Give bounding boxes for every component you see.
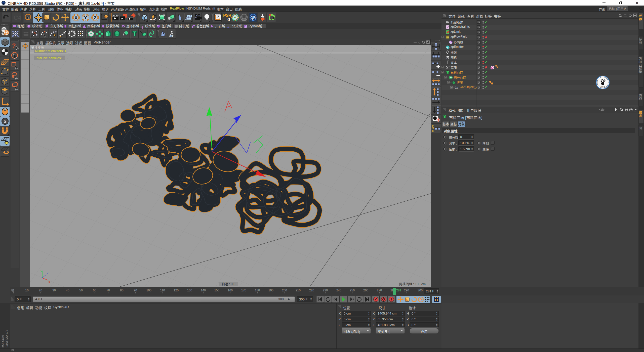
svg-text:行走者: 行走者 [600,86,605,88]
svg-text:10: 10 [455,86,458,89]
svg-text:Number of emitters: 1: Number of emitters: 1 [35,49,66,53]
svg-text:轴速 : 0.0: 轴速 : 0.0 [222,282,235,286]
svg-text:X: X [48,281,50,284]
svg-text:Total live particles: 0: Total live particles: 0 [35,56,64,60]
svg-text:Z: Z [94,15,97,20]
svg-text:Y: Y [41,270,43,273]
svg-text:QR: QR [250,16,256,20]
svg-text:网格间距 : 100 cm: 网格间距 : 100 cm [399,282,426,286]
svg-text:X: X [74,15,78,20]
svg-text:Z: Z [47,272,49,275]
svg-text:?: ? [390,298,392,301]
svg-text:fx: fx [170,34,173,38]
svg-text:P: P [420,298,422,301]
svg-text:S: S [4,119,7,124]
svg-text:Y: Y [84,15,87,20]
